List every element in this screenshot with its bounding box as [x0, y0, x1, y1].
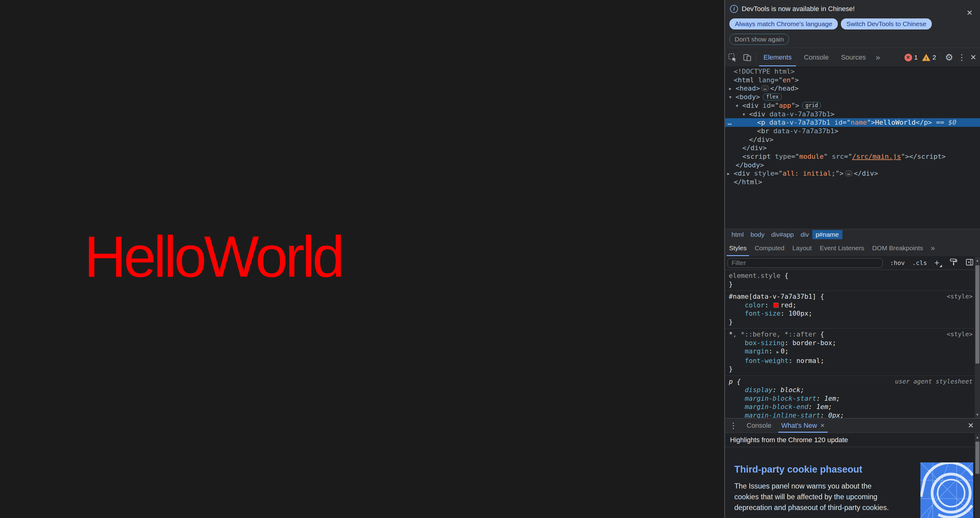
stylesheet-source-link[interactable]: user agent stylesheet [895, 377, 973, 386]
error-badge[interactable]: ✕ 1 [904, 54, 918, 61]
devtools-close-icon[interactable]: ✕ [970, 54, 976, 61]
breadcrumb-item-div[interactable]: div [797, 230, 812, 239]
expand-arrow-icon[interactable]: ▶ [729, 84, 732, 93]
expand-ellipsis-button[interactable]: … [845, 170, 852, 176]
dom-tree-line[interactable]: ▶<div style="all: initial;">…</div> [725, 169, 980, 178]
collapse-arrow-icon[interactable]: ▼ [736, 102, 738, 110]
breadcrumb-item-html[interactable]: html [728, 230, 747, 239]
scroll-up-icon[interactable]: ▲ [975, 259, 980, 262]
css-property-color[interactable]: color: red; [729, 301, 971, 310]
css-property-margin-inline-start[interactable]: margin-inline-start: 0px; [729, 411, 971, 418]
css-property-margin[interactable]: margin: ▶0; [729, 347, 971, 356]
new-style-rule-button[interactable]: + [934, 258, 942, 268]
code-token: </html> [734, 178, 762, 186]
dom-tree-line[interactable]: </div> [725, 144, 980, 152]
more-sidebar-tabs-icon[interactable]: » [927, 240, 939, 256]
tab-sources[interactable]: Sources [835, 49, 872, 66]
code-token: "> [791, 76, 799, 84]
info-icon: i [730, 5, 738, 13]
grid-badge[interactable]: grid [802, 102, 821, 109]
dom-tree-line[interactable]: <br data-v-7a7a37b1> [725, 127, 980, 135]
collapse-arrow-icon[interactable]: ▼ [729, 93, 732, 102]
format-paint-icon[interactable] [949, 258, 958, 268]
inspect-element-icon[interactable] [725, 49, 740, 66]
css-property-box-sizing[interactable]: box-sizing: border-box; [729, 339, 971, 347]
screen: HelloWorld i DevTools is now available i… [0, 0, 980, 518]
styles-filter-input[interactable] [727, 258, 883, 268]
more-tabs-icon[interactable]: » [872, 49, 884, 66]
tab-layout[interactable]: Layout [788, 240, 816, 256]
tab-dom-breakpoints[interactable]: DOM Breakpoints [868, 240, 927, 256]
source-link[interactable]: /src/main.js [852, 153, 901, 160]
dom-tree-line-selected[interactable]: …<p data-v-7a7a37b1 id="name">HelloWorld… [725, 118, 980, 127]
devtools-tab-strip: ElementsConsoleSources [757, 49, 872, 66]
computed-sidebar-toggle-icon[interactable] [965, 258, 974, 268]
dom-tree-line[interactable]: </div> [725, 135, 980, 144]
drawer-close-icon[interactable]: ✕ [968, 418, 980, 433]
collapse-arrow-icon[interactable]: ▼ [743, 110, 745, 119]
code-token: <head> [735, 84, 760, 92]
colon: : [773, 386, 781, 394]
tab-computed[interactable]: Computed [751, 240, 788, 256]
drawer-tab-console[interactable]: Console [742, 418, 776, 433]
styles-scrollbar: ▲ ▼ [975, 257, 980, 418]
css-property-margin-block-end[interactable]: margin-block-end: 1em; [729, 402, 971, 411]
breadcrumb-item-body[interactable]: body [747, 230, 768, 239]
dom-tree-line[interactable]: </body> [725, 161, 980, 170]
css-property-font-size[interactable]: font-size: 100px; [729, 309, 971, 318]
toggle-pseudo-state-button[interactable]: :hov [890, 259, 905, 267]
dom-tree-line[interactable]: ▼<div id="app">grid [725, 101, 980, 110]
warning-badge[interactable]: ! 2 [922, 54, 936, 61]
tab-close-icon[interactable]: ✕ [820, 422, 825, 429]
dom-tree-line[interactable]: ▶<head>…</head> [725, 84, 980, 93]
tab-event-listeners[interactable]: Event Listeners [816, 240, 868, 256]
css-property-font-weight[interactable]: font-weight: normal; [729, 356, 971, 365]
scroll-up-icon[interactable]: ▲ [975, 435, 980, 439]
rule-selector[interactable]: #name[data-v-7a7a37b1] { [729, 292, 971, 301]
switch-devtools-chinese-button[interactable]: Switch DevTools to Chinese [841, 18, 932, 30]
kebab-menu-icon[interactable]: ⋮ [958, 53, 966, 62]
tab-styles[interactable]: Styles [725, 240, 751, 256]
colon: : [788, 357, 796, 364]
css-property-display[interactable]: display: block; [729, 386, 971, 394]
tab-elements[interactable]: Elements [757, 49, 798, 66]
notification-actions: Always match Chrome's languageSwitch Dev… [729, 18, 932, 30]
drawer-tab-strip: ConsoleWhat's New✕ [742, 418, 829, 433]
stylesheet-source-link[interactable]: <style> [947, 330, 973, 339]
dont-show-again-button[interactable]: Don't show again [729, 34, 789, 45]
dom-tree-line[interactable]: </html> [725, 178, 980, 186]
color-swatch[interactable] [774, 303, 778, 308]
dom-tree-line[interactable]: <!DOCTYPE html> [725, 67, 980, 76]
flex-badge[interactable]: flex [763, 93, 782, 100]
rule-selector[interactable]: *, *::before, *::after { [729, 330, 971, 339]
stylesheet-source-link[interactable]: <style> [947, 292, 973, 301]
match-chrome-language-button[interactable]: Always match Chrome's language [729, 18, 838, 30]
dom-tree-line[interactable]: <html lang="en"> [725, 76, 980, 84]
drawer-tab-what-s-new[interactable]: What's New✕ [776, 418, 830, 433]
drawer-kebab-menu-icon[interactable]: ⋮ [725, 418, 742, 433]
css-property-margin-block-start[interactable]: margin-block-start: 1em; [729, 394, 971, 403]
tab-console[interactable]: Console [798, 49, 835, 66]
notification-close-icon[interactable]: ✕ [966, 9, 973, 17]
whats-new-section-title[interactable]: Third-party cookie phaseout [734, 464, 862, 475]
scroll-down-icon[interactable]: ▼ [975, 413, 980, 416]
property-name: margin-block-end [745, 403, 808, 410]
breadcrumb-item-divapp[interactable]: div#app [768, 230, 797, 239]
dom-tree-line[interactable]: ▼<body>flex [725, 93, 980, 101]
toggle-element-classes-button[interactable]: .cls [912, 259, 927, 267]
dom-tree-line[interactable]: ▼<div data-v-7a7a37b1> [725, 110, 980, 119]
expand-shorthand-icon[interactable]: ▶ [777, 350, 779, 354]
close-brace: } [729, 365, 971, 373]
line-marker-dots: … [727, 118, 732, 127]
toolbar-divider [940, 53, 941, 62]
device-toolbar-icon[interactable] [740, 49, 754, 66]
code-token: " [824, 153, 832, 160]
dom-tree-line[interactable]: <script type="module" src="/src/main.js"… [725, 152, 980, 161]
settings-gear-icon[interactable]: ⚙ [945, 53, 953, 62]
expand-arrow-icon[interactable]: ▶ [727, 170, 730, 178]
rule-selector[interactable]: element.style { [729, 272, 971, 280]
scrollbar-thumb[interactable] [975, 442, 979, 474]
breadcrumb-item-pname[interactable]: p#name [812, 230, 842, 239]
scrollbar-thumb[interactable] [975, 265, 979, 364]
expand-ellipsis-button[interactable]: … [761, 85, 768, 91]
